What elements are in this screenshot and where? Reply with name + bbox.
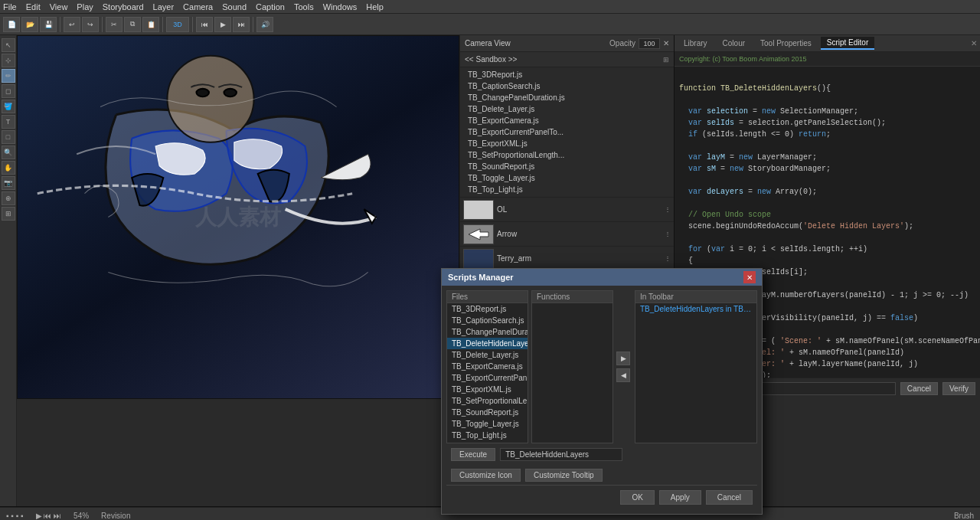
layer-row-ol[interactable]: OL ⋮ — [460, 198, 674, 222]
file-toplight[interactable]: TB_Top_Light.js — [447, 430, 528, 441]
view-name: Revision — [101, 512, 130, 520]
play-forward-button[interactable]: ⏭ — [233, 17, 250, 32]
3d-button[interactable]: 3D — [166, 17, 189, 32]
transform-tool[interactable]: ⊕ — [2, 191, 15, 205]
volume-button[interactable]: 🔊 — [256, 17, 273, 32]
menu-tools[interactable]: Tools — [294, 2, 314, 11]
select-tool[interactable]: ↖ — [2, 38, 15, 52]
script-copyright: Copyright: (c) Toon Boom Animation 2015 — [675, 52, 980, 67]
zoom-tool[interactable]: 🔍 — [2, 146, 15, 159]
layer-script-exportxml[interactable]: TB_ExportXML.js — [463, 138, 671, 149]
file-deletehidden[interactable]: TB_DeleteHiddenLayers.js — [447, 338, 528, 349]
dialog-cancel-button[interactable]: Cancel — [706, 490, 753, 505]
paint-tool[interactable]: 🪣 — [2, 100, 15, 113]
layer-script-exportcurrent[interactable]: TB_ExportCurrentPanelTo... — [463, 126, 671, 138]
layer-script-changepanel[interactable]: TB_ChangePanelDuration.js — [463, 92, 671, 103]
toolbar-column-header: In Toolbar — [635, 291, 756, 303]
close-view-icon[interactable]: ✕ — [663, 39, 669, 47]
eraser-tool[interactable]: ◻ — [2, 84, 15, 98]
dialog-arrows: ▶ ◀ — [616, 290, 632, 443]
open-button[interactable]: 📂 — [21, 17, 38, 32]
viewport-canvas: 人人素材 — [18, 36, 459, 398]
shape-tool[interactable]: □ — [2, 130, 15, 144]
undo-button[interactable]: ↩ — [64, 17, 80, 32]
camera-tool[interactable]: 📷 — [2, 176, 15, 190]
menu-layer[interactable]: Layer — [153, 2, 175, 11]
tab-tool-properties[interactable]: Tool Properties — [754, 38, 818, 49]
paste-button[interactable]: 📋 — [142, 17, 159, 32]
separator-4 — [192, 17, 193, 32]
file-soundreport[interactable]: TB_SoundReport.js — [447, 407, 528, 418]
cut-button[interactable]: ✂ — [106, 17, 122, 32]
menu-help[interactable]: Help — [366, 2, 384, 11]
menu-storyboard[interactable]: Storyboard — [103, 2, 144, 11]
redo-button[interactable]: ↪ — [82, 17, 99, 32]
arrow-left-button[interactable]: ◀ — [616, 368, 630, 382]
file-exportcamera[interactable]: TB_ExportCamera.js — [447, 361, 528, 372]
file-changepanel[interactable]: TB_ChangePanelDuration.js — [447, 326, 528, 338]
play-back-button[interactable]: ⏮ — [196, 17, 213, 32]
sandbox-header: << Sandbox >> ⊞ — [460, 52, 674, 67]
customize-icon-button[interactable]: Customize Icon — [451, 469, 521, 482]
menu-play[interactable]: Play — [77, 2, 93, 11]
text-tool[interactable]: T — [2, 115, 15, 129]
layer-script-caption[interactable]: TB_CaptionSearch.js — [463, 80, 671, 92]
layer-script-exportcamera[interactable]: TB_ExportCamera.js — [463, 115, 671, 126]
file-exportcurrentpanel[interactable]: TB_ExportCurrentPanelToBitmap.js — [447, 372, 528, 384]
grid-tool[interactable]: ⊞ — [2, 207, 15, 221]
menu-windows[interactable]: Windows — [323, 2, 358, 11]
panel-close-icon[interactable]: ✕ — [971, 39, 977, 47]
customize-tooltip-button[interactable]: Customize Tooltip — [525, 469, 603, 482]
dialog-apply-button[interactable]: Apply — [659, 490, 701, 505]
dialog-close-button[interactable]: ✕ — [743, 271, 756, 283]
layer-script-3dreport[interactable]: TB_3DReport.js — [463, 69, 671, 80]
menu-file[interactable]: File — [3, 2, 17, 11]
new-button[interactable]: 📄 — [3, 17, 20, 32]
customize-row: Customize Icon Customize Tooltip — [446, 466, 757, 485]
toolbar-item-deletehidden[interactable]: TB_DeleteHiddenLayers in TB_De — [635, 303, 756, 315]
layers-expand-icon[interactable]: ⊞ — [663, 56, 669, 64]
copy-button[interactable]: ⧉ — [124, 17, 141, 32]
file-setproportional[interactable]: TB_SetProportionalLengths.js — [447, 395, 528, 407]
layer-script-sound[interactable]: TB_SoundReport.js — [463, 161, 671, 172]
brush-tool[interactable]: ✏ — [2, 69, 15, 83]
arrow-right-button[interactable]: ▶ — [616, 352, 630, 365]
file-deletelayer[interactable]: TB_Delete_Layer.js — [447, 349, 528, 361]
opacity-control: Opacity ✕ — [609, 38, 669, 49]
tab-colour[interactable]: Colour — [717, 38, 751, 49]
layer-name-ol: OL — [497, 205, 662, 214]
execute-button[interactable]: Execute — [451, 448, 495, 461]
layer-script-deletehidden[interactable]: TB_Delete_Layer.js — [463, 103, 671, 115]
menu-caption[interactable]: Caption — [256, 2, 285, 11]
tab-script-editor[interactable]: Script Editor — [821, 37, 874, 50]
hand-tool[interactable]: ✋ — [2, 161, 15, 175]
dialog-ok-button[interactable]: OK — [620, 490, 654, 505]
layer-options-terryarm[interactable]: ⋮ — [665, 255, 671, 262]
dialog-titlebar: Scripts Manager ✕ — [442, 269, 762, 286]
menu-edit[interactable]: Edit — [26, 2, 41, 11]
file-exportxml[interactable]: TB_ExportXML.js — [447, 384, 528, 395]
separator-3 — [162, 17, 163, 32]
file-captionsearch[interactable]: TB_CaptionSearch.js — [447, 315, 528, 326]
layer-options-ol[interactable]: ⋮ — [665, 206, 671, 213]
layer-script-setprop[interactable]: TB_SetProportionalLength... — [463, 149, 671, 161]
viewport[interactable]: 人人素材 — [17, 35, 459, 399]
menu-camera[interactable]: Camera — [183, 2, 213, 11]
tab-library[interactable]: Library — [678, 38, 714, 49]
save-button[interactable]: 💾 — [40, 17, 57, 32]
menu-sound[interactable]: Sound — [222, 2, 247, 11]
layer-row-arrow[interactable]: Arrow ⋮ — [460, 222, 674, 247]
verify-script-button[interactable]: Verify — [942, 382, 975, 395]
menu-view[interactable]: View — [50, 2, 68, 11]
opacity-input[interactable] — [639, 38, 660, 49]
play-button[interactable]: ▶ — [214, 17, 231, 32]
layer-options-arrow[interactable]: ⋮ — [665, 231, 671, 237]
cancel-script-button[interactable]: Cancel — [900, 382, 938, 395]
file-3dreport[interactable]: TB_3DReport.js — [447, 303, 528, 315]
script-tabs: Library Colour Tool Properties Script Ed… — [675, 35, 980, 52]
layer-script-toplight[interactable]: TB_Top_Light.js — [463, 184, 671, 195]
execute-input[interactable] — [500, 448, 622, 461]
contour-tool[interactable]: ⊹ — [2, 54, 15, 67]
file-togglelayer[interactable]: TB_Toggle_Layer.js — [447, 418, 528, 430]
layer-script-toggle[interactable]: TB_Toggle_Layer.js — [463, 172, 671, 184]
